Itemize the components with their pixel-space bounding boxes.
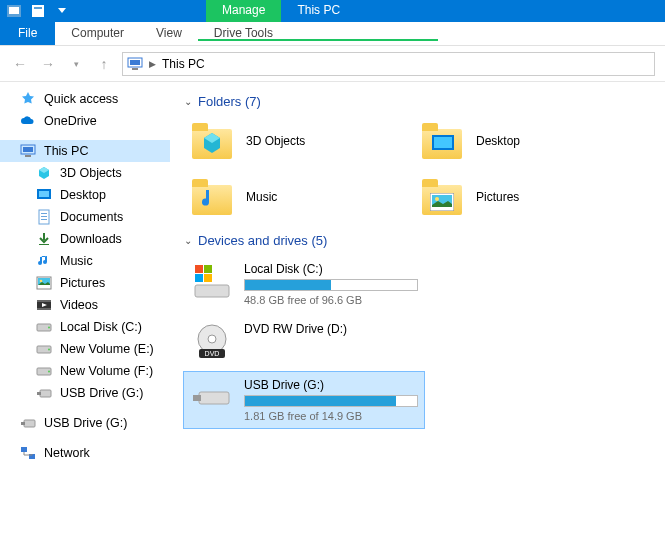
svg-text:DVD: DVD <box>205 350 220 357</box>
svg-rect-15 <box>41 219 47 220</box>
quick-access-toolbar <box>0 2 76 20</box>
sidebar-item-usb-drive-g-[interactable]: USB Drive (G:) <box>0 412 170 434</box>
cube-icon <box>36 165 52 181</box>
folder-desktop[interactable]: Desktop <box>414 117 644 165</box>
sidebar-item-documents[interactable]: Documents <box>0 206 170 228</box>
sidebar-item-new-volume-e-[interactable]: New Volume (E:) <box>0 338 170 360</box>
disk-icon <box>36 319 52 335</box>
sidebar-item-music[interactable]: Music <box>0 250 170 272</box>
sidebar-item-downloads[interactable]: Downloads <box>0 228 170 250</box>
ribbon-tab-drive-tools[interactable]: Drive Tools <box>198 22 438 41</box>
svg-rect-31 <box>24 420 35 427</box>
recent-locations-dropdown[interactable]: ▾ <box>66 54 86 74</box>
sidebar-item-label: New Volume (F:) <box>60 364 153 378</box>
group-header-folders[interactable]: ⌄ Folders (7) <box>184 94 651 109</box>
drive-dvd-rw-drive-d-[interactable]: DVDDVD RW Drive (D:) <box>184 316 424 368</box>
drive-icon: DVD <box>190 322 234 362</box>
music-icon <box>36 253 52 269</box>
address-bar[interactable]: ▶ This PC <box>122 52 655 76</box>
navigation-bar: ← → ▾ ↑ ▶ This PC <box>0 46 665 82</box>
svg-point-19 <box>40 280 43 283</box>
svg-rect-14 <box>41 216 47 217</box>
sidebar-item-quick-access[interactable]: Quick access <box>0 88 170 110</box>
group-header-drives[interactable]: ⌄ Devices and drives (5) <box>184 233 651 248</box>
sidebar-item-label: Network <box>44 446 90 460</box>
drive-free-space: 1.81 GB free of 14.9 GB <box>244 410 418 422</box>
sidebar-item-desktop[interactable]: Desktop <box>0 184 170 206</box>
svg-rect-49 <box>199 392 229 404</box>
svg-rect-40 <box>195 285 229 297</box>
disk-icon <box>36 341 52 357</box>
svg-rect-22 <box>37 308 51 310</box>
folders-grid: 3D ObjectsDesktopMusicPictures <box>184 117 651 229</box>
svg-rect-11 <box>39 191 49 197</box>
desktop-icon <box>36 187 52 203</box>
breadcrumb-separator: ▶ <box>149 59 156 69</box>
sidebar-item-usb-drive-g-[interactable]: USB Drive (G:) <box>0 382 170 404</box>
drive-icon <box>190 378 234 418</box>
qat-properties-icon[interactable] <box>28 2 48 20</box>
sidebar-item-onedrive[interactable]: OneDrive <box>0 110 170 132</box>
svg-rect-8 <box>23 147 33 152</box>
drive-label: Local Disk (C:) <box>244 262 418 276</box>
sidebar-item-network[interactable]: Network <box>0 442 170 464</box>
folder-pictures[interactable]: Pictures <box>414 173 644 221</box>
drive-local-disk-c-[interactable]: Local Disk (C:)48.8 GB free of 96.6 GB <box>184 256 424 312</box>
this-pc-icon <box>127 57 143 71</box>
svg-rect-33 <box>21 447 27 452</box>
svg-rect-16 <box>39 244 49 245</box>
context-tab-manage[interactable]: Manage <box>206 0 281 22</box>
drive-icon <box>190 262 234 302</box>
svg-rect-42 <box>204 265 212 273</box>
ribbon-tab-computer[interactable]: Computer <box>55 22 140 45</box>
up-button[interactable]: ↑ <box>94 54 114 74</box>
drives-grid: Local Disk (C:)48.8 GB free of 96.6 GBDV… <box>184 256 651 432</box>
svg-rect-41 <box>195 265 203 273</box>
ribbon-tab-view[interactable]: View <box>140 22 198 45</box>
sidebar-item-label: 3D Objects <box>60 166 122 180</box>
pc-icon <box>20 143 36 159</box>
cloud-icon <box>20 113 36 129</box>
drive-usb-drive-g-[interactable]: USB Drive (G:)1.81 GB free of 14.9 GB <box>184 372 424 428</box>
qat-dropdown-icon[interactable] <box>52 2 72 20</box>
sidebar-item-local-disk-c-[interactable]: Local Disk (C:) <box>0 316 170 338</box>
sidebar-item-pictures[interactable]: Pictures <box>0 272 170 294</box>
back-button[interactable]: ← <box>10 54 30 74</box>
content-pane: ⌄ Folders (7) 3D ObjectsDesktopMusicPict… <box>170 82 665 540</box>
svg-point-46 <box>208 335 216 343</box>
folder-label: Pictures <box>476 190 519 204</box>
sidebar-item-label: This PC <box>44 144 88 158</box>
svg-rect-13 <box>41 213 47 214</box>
window-title: This PC <box>281 0 356 22</box>
sidebar-item-3d-objects[interactable]: 3D Objects <box>0 162 170 184</box>
svg-rect-36 <box>434 137 452 148</box>
usb-icon <box>20 415 36 431</box>
sidebar-item-new-volume-f-[interactable]: New Volume (F:) <box>0 360 170 382</box>
svg-rect-44 <box>204 274 212 282</box>
sidebar-item-this-pc[interactable]: This PC <box>0 140 170 162</box>
ribbon-tab-file[interactable]: File <box>0 22 55 45</box>
svg-rect-5 <box>130 60 140 65</box>
sidebar-item-videos[interactable]: Videos <box>0 294 170 316</box>
sidebar-item-label: Videos <box>60 298 98 312</box>
svg-rect-6 <box>132 68 138 70</box>
forward-button[interactable]: → <box>38 54 58 74</box>
svg-rect-3 <box>34 7 42 9</box>
folder-icon <box>190 177 234 217</box>
breadcrumb-location[interactable]: This PC <box>162 57 205 71</box>
system-menu-icon[interactable] <box>4 2 24 20</box>
down-icon <box>36 231 52 247</box>
sidebar-item-label: Local Disk (C:) <box>60 320 142 334</box>
chevron-down-icon: ⌄ <box>184 96 192 107</box>
folder-icon <box>420 177 464 217</box>
folder-music[interactable]: Music <box>184 173 414 221</box>
sidebar-item-label: Music <box>60 254 93 268</box>
group-header-label: Folders (7) <box>198 94 261 109</box>
svg-rect-2 <box>32 5 44 17</box>
sidebar-item-label: Pictures <box>60 276 105 290</box>
folder-icon <box>190 121 234 161</box>
folder-3d-objects[interactable]: 3D Objects <box>184 117 414 165</box>
sidebar-item-label: USB Drive (G:) <box>44 416 127 430</box>
sidebar-item-label: Quick access <box>44 92 118 106</box>
doc-icon <box>36 209 52 225</box>
